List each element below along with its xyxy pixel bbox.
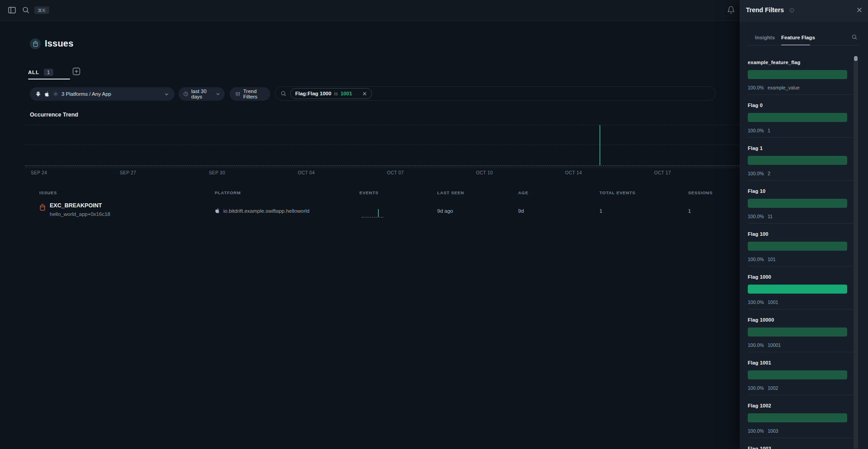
flag-list-item[interactable]: Flag 1000 100.0% 1001	[740, 272, 862, 315]
last-seen-cell: 9d ago	[437, 202, 518, 218]
flag-stats: 100.0% 101	[748, 257, 862, 262]
trend-filters-button[interactable]: Trend Filters	[230, 87, 270, 101]
flag-name: Flag 1001	[748, 360, 862, 366]
flag-divider	[748, 309, 854, 309]
chip-value: 1001	[340, 91, 352, 96]
panel-header: Trend Filters	[740, 0, 868, 22]
flag-name: Flag 10	[748, 188, 862, 194]
apple-icon	[44, 91, 50, 97]
table-row[interactable]: EXC_BREAKPOINT hello_world_app+0x16c18 i…	[39, 202, 733, 218]
flag-divider	[748, 94, 854, 95]
flag-percent: 100.0%	[748, 128, 764, 133]
chip-close-icon[interactable]	[362, 91, 367, 96]
flag-list-item[interactable]: Flag 1001 100.0% 1002	[740, 358, 862, 401]
panel-scrollbar-thumb[interactable]	[854, 56, 858, 61]
date-range-dropdown[interactable]: last 30 days	[179, 87, 225, 101]
col-header-platform: PLATFORM	[215, 190, 359, 195]
x-axis-label: OCT 04	[298, 170, 315, 175]
flag-divider	[748, 352, 854, 352]
flag-list-item[interactable]: example_feature_flag 100.0% example_valu…	[740, 57, 862, 100]
active-tab-underline	[28, 79, 70, 80]
app-root: ⌘K Issues ALL 1	[0, 0, 868, 449]
x-axis-label: SEP 30	[209, 170, 225, 175]
chart-bottom-border	[25, 168, 740, 168]
flag-percent: 100.0%	[748, 214, 764, 219]
col-header-last-seen: LAST SEEN	[437, 190, 518, 195]
flag-bar[interactable]	[748, 285, 847, 294]
flag-divider	[748, 266, 854, 267]
flag-bar[interactable]	[748, 70, 847, 79]
col-header-events: EVENTS	[359, 190, 437, 195]
tab-feature-flags[interactable]: Feature Flags	[781, 35, 815, 40]
flag-list: example_feature_flag 100.0% example_valu…	[740, 46, 862, 449]
tab-insights[interactable]: Insights	[755, 35, 775, 40]
platforms-filter-dropdown[interactable]: 3 Platforms / Any App	[30, 87, 175, 101]
android-icon	[35, 91, 41, 97]
panel-search-icon[interactable]	[851, 34, 858, 40]
flag-name: Flag 1000	[748, 274, 862, 280]
flag-bar[interactable]	[748, 242, 847, 251]
add-tab-button[interactable]	[72, 67, 80, 75]
flag-divider	[748, 137, 854, 138]
notifications-bell-icon[interactable]	[727, 6, 735, 14]
flag-bar[interactable]	[748, 370, 847, 379]
search-shortcut-badge[interactable]: ⌘K	[34, 6, 49, 14]
flag-bar[interactable]	[748, 156, 847, 165]
flag-bar[interactable]	[748, 327, 847, 337]
flag-bar[interactable]	[748, 199, 847, 208]
flag-list-item[interactable]: Flag 10000 100.0% 10001	[740, 315, 862, 358]
platform-bundle-id: io.bitdrift.example.swiftapp.helloworld	[223, 208, 309, 214]
tab-all[interactable]: ALL 1	[28, 66, 53, 79]
search-filter-chip[interactable]: Flag:Flag 1000 is 1001	[290, 88, 372, 99]
x-axis-label: OCT 14	[565, 170, 582, 175]
date-range-label: last 30 days	[191, 89, 213, 99]
search-icon[interactable]	[22, 6, 30, 14]
panel-scrollbar-track[interactable]	[854, 57, 858, 449]
close-icon[interactable]	[856, 7, 863, 13]
flag-stats: 100.0% 1001	[748, 299, 862, 305]
flag-list-item[interactable]: Flag 1 100.0% 2	[740, 143, 862, 186]
flag-name: Flag 100	[748, 231, 862, 237]
search-icon	[280, 90, 287, 97]
tab-all-label: ALL	[28, 70, 39, 75]
flag-name: Flag 1	[748, 145, 862, 151]
table-header-row: ISSUES PLATFORM EVENTS LAST SEEN AGE TOT…	[39, 190, 733, 195]
trend-filters-label: Trend Filters	[243, 89, 265, 99]
flag-divider	[748, 395, 854, 395]
flag-list-item[interactable]: Flag 1003	[740, 444, 862, 449]
platform-cell: io.bitdrift.example.swiftapp.helloworld	[215, 202, 359, 218]
total-events-cell: 1	[599, 202, 688, 218]
sidebar-toggle-icon[interactable]	[8, 6, 16, 14]
flag-value: 10001	[768, 342, 781, 348]
flag-bar[interactable]	[748, 413, 847, 422]
issue-cell[interactable]: EXC_BREAKPOINT hello_world_app+0x16c18	[39, 202, 215, 218]
flag-divider	[748, 223, 854, 224]
flag-percent: 100.0%	[748, 385, 764, 391]
flag-name: Flag 1002	[748, 403, 862, 409]
flag-percent: 100.0%	[748, 428, 764, 434]
x-axis-label: SEP 27	[120, 170, 136, 175]
flag-bar[interactable]	[748, 113, 847, 122]
flag-name: example_feature_flag	[748, 60, 862, 65]
flag-list-item[interactable]: Flag 100 100.0% 101	[740, 229, 862, 272]
issue-jar-icon	[39, 204, 46, 218]
clock-icon	[183, 91, 189, 97]
chart-gridline	[25, 125, 740, 125]
apple-icon	[215, 208, 220, 214]
flag-value: 1	[768, 128, 770, 133]
info-icon[interactable]	[789, 8, 794, 13]
chart-title: Occurrence Trend	[30, 112, 78, 118]
issues-search-input[interactable]: Flag:Flag 1000 is 1001	[275, 86, 716, 101]
flag-name: Flag 10000	[748, 317, 862, 323]
flag-stats: 100.0% 1003	[748, 428, 862, 434]
flag-list-item[interactable]: Flag 0 100.0% 1	[740, 100, 862, 143]
flag-divider	[748, 438, 854, 438]
panel-title: Trend Filters	[746, 6, 784, 14]
trend-filters-panel: Trend Filters Insights Feature Flags exa…	[740, 0, 868, 449]
col-header-age: AGE	[518, 190, 599, 195]
flag-list-item[interactable]: Flag 1002 100.0% 1003	[740, 401, 862, 444]
col-header-sessions: SESSIONS	[688, 190, 733, 195]
flag-list-item[interactable]: Flag 10 100.0% 11	[740, 186, 862, 229]
col-header-total-events: TOTAL EVENTS	[599, 190, 688, 195]
gear-platform-icon	[53, 91, 58, 97]
